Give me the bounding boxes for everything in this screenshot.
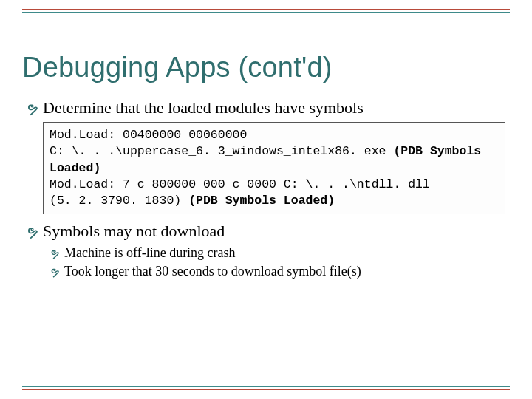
bullet-swirl-icon: ຯ <box>50 265 60 279</box>
slide: Debugging Apps (cont'd) ຯ Determine that… <box>0 0 532 399</box>
code-line: Mod.Load: 00400000 00060000 <box>50 127 499 143</box>
bullet-level2: ຯ Machine is off-line during crash <box>50 245 510 261</box>
code-block: Mod.Load: 00400000 00060000 C: \. . .\up… <box>43 122 505 214</box>
code-text: Mod.Load: 7 c 800000 000 c 0000 C: \. . … <box>50 177 430 191</box>
bullet-level1: ຯ Symbols may not download <box>27 222 510 241</box>
slide-title: Debugging Apps (cont'd) <box>22 52 510 83</box>
code-line: (5. 2. 3790. 1830) (PDB Symbols Loaded) <box>50 193 499 209</box>
decor-line-bottom-red <box>22 389 510 390</box>
bullet-text: Machine is off-line during crash <box>64 245 236 261</box>
bullet-swirl-icon: ຯ <box>27 100 38 115</box>
decor-line-bottom-teal <box>22 386 510 387</box>
bullet-swirl-icon: ຯ <box>27 224 38 239</box>
bullet-level2: ຯ Took longer that 30 seconds to downloa… <box>50 264 510 279</box>
code-line: Mod.Load: 7 c 800000 000 c 0000 C: \. . … <box>50 177 499 193</box>
code-text: Mod.Load: 00400000 00060000 <box>50 128 247 142</box>
code-line: C: \. . .\uppercase_6. 3_windows_intelx8… <box>50 143 499 177</box>
bullet-text: Determine that the loaded modules have s… <box>43 98 364 117</box>
code-text-bold: (PDB Symbols Loaded) <box>188 194 335 208</box>
decor-line-top-teal <box>22 12 510 13</box>
code-text: (5. 2. 3790. 1830) <box>50 194 188 208</box>
bullet-level1: ຯ Determine that the loaded modules have… <box>27 98 510 117</box>
bullet-text: Symbols may not download <box>43 222 225 241</box>
code-text: C: \. . .\uppercase_6. 3_windows_intelx8… <box>50 144 393 158</box>
bullet-swirl-icon: ຯ <box>50 246 60 260</box>
decor-line-top-red <box>22 9 510 10</box>
bullet-text: Took longer that 30 seconds to download … <box>64 264 361 279</box>
